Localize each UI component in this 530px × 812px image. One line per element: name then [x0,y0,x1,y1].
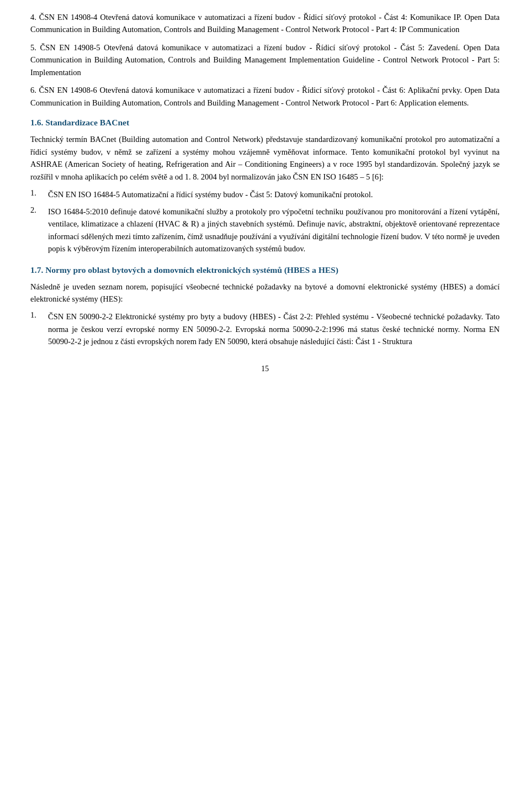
item-1-6-1-num: 1. [30,188,48,201]
item-1-7-1-text: ČSN EN 50090-2-2 Elektronické systémy pr… [48,310,500,347]
section-1-6-title: Standardizace BACnet [45,118,129,127]
section-1-7-intro-text: Následně je uveden seznam norem, popisuj… [30,281,500,305]
section-1-7-title: Normy pro oblast bytových a domovních el… [45,265,338,275]
section-1-6-text: Technický termín BACnet (Building automa… [30,133,500,183]
section-1-7-num: 1.7. [30,265,43,275]
section-1-7-heading: 1.7. Normy pro oblast bytových a domovní… [30,265,500,275]
section-1-6-item-2: 2. ISO 16484-5:2010 definuje datové komu… [30,205,500,255]
section-1-7-item-1: 1. ČSN EN 50090-2-2 Elektronické systémy… [30,310,500,347]
section-1-6-paragraph: Technický termín BACnet (Building automa… [30,133,500,183]
page: 4. ČSN EN 14908-4 Otevřená datová komuni… [0,0,530,812]
page-num-text: 15 [261,365,269,373]
item-1-6-1-text: ČSN EN ISO 16484-5 Automatizační a řídic… [48,188,500,201]
page-number: 15 [30,365,500,373]
section-1-6-num: 1.6. [30,118,43,127]
item-1-6-2-num: 2. [30,205,48,255]
section-1-6-item-1: 1. ČSN EN ISO 16484-5 Automatizační a ří… [30,188,500,201]
section-1-7-intro: Následně je uveden seznam norem, popisuj… [30,281,500,305]
section-item-4: 4. ČSN EN 14908-4 Otevřená datová komuni… [30,11,500,36]
section-1-6-heading: 1.6. Standardizace BACnet [30,118,500,128]
section-item-6: 6. ČSN EN 14908-6 Otevřená datová komuni… [30,84,500,109]
item-1-7-1-num: 1. [30,310,48,347]
item-1-6-2-text: ISO 16484-5:2010 definuje datové komunik… [48,205,500,255]
section-item-5: 5. ČSN EN 14908-5 Otevřená datová komuni… [30,41,500,78]
